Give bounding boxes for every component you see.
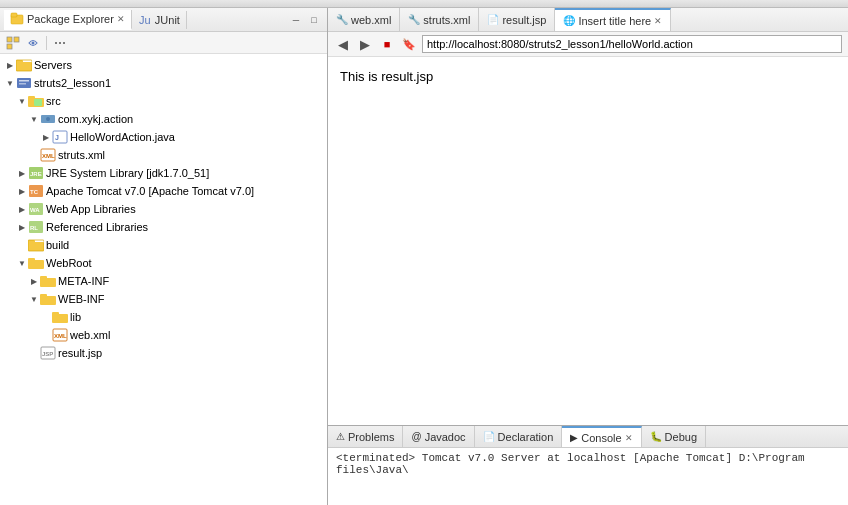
stop-btn[interactable]: ■: [378, 35, 396, 53]
label-webroot: WebRoot: [46, 257, 92, 269]
svg-rect-33: [28, 240, 35, 244]
icon-package: [40, 111, 56, 127]
tab-declaration[interactable]: 📄 Declaration: [475, 426, 563, 447]
icon-build: [28, 237, 44, 253]
collapse-all-btn[interactable]: [4, 34, 22, 52]
label-lib: lib: [70, 311, 81, 323]
svg-point-7: [59, 42, 61, 44]
label-result-jsp: result.jsp: [58, 347, 102, 359]
tab-package-explorer[interactable]: Package Explorer ✕: [4, 10, 132, 30]
label-servers: Servers: [34, 59, 72, 71]
editor-tab-close[interactable]: ✕: [654, 16, 662, 26]
tree-item-src[interactable]: ▼ src: [0, 92, 327, 110]
label-build: build: [46, 239, 69, 251]
arrow-java: ▶: [40, 131, 52, 143]
declaration-icon: 📄: [483, 431, 495, 442]
icon-lib: [52, 309, 68, 325]
tree-item-java[interactable]: ▶ J HelloWordAction.java: [0, 128, 327, 146]
label-web-xml: web.xml: [70, 329, 110, 341]
browser-content: This is result.jsp: [328, 57, 848, 425]
tree-item-tomcat[interactable]: ▶ TC Apache Tomcat v7.0 [Apache Tomcat v…: [0, 182, 327, 200]
top-toolbar: [0, 0, 848, 8]
icon-struts-xml: XML: [40, 147, 56, 163]
icon-webroot: [28, 255, 44, 271]
svg-rect-36: [28, 258, 35, 262]
package-explorer-icon: [10, 12, 24, 26]
tree-item-lib[interactable]: lib: [0, 308, 327, 326]
editor-tab-insert-title[interactable]: 🌐 Insert title here ✕: [555, 8, 671, 31]
arrow-webroot: ▼: [16, 257, 28, 269]
svg-point-5: [32, 41, 35, 44]
tree-item-package[interactable]: ▼ com.xykj.action: [0, 110, 327, 128]
svg-text:XML: XML: [54, 333, 67, 339]
svg-text:TC: TC: [30, 189, 39, 195]
label-tomcat: Apache Tomcat v7.0 [Apache Tomcat v7.0]: [46, 185, 254, 197]
editor-tab-result-jsp-label: result.jsp: [502, 14, 546, 26]
forward-btn[interactable]: ▶: [356, 35, 374, 53]
tree-item-result-jsp[interactable]: JSP result.jsp: [0, 344, 327, 362]
left-panel: Package Explorer ✕ Ju JUnit ─ □: [0, 8, 328, 505]
icon-java: J: [52, 129, 68, 145]
icon-meta-inf: [40, 273, 56, 289]
tab-console[interactable]: ▶ Console ✕: [562, 426, 641, 447]
svg-text:JSP: JSP: [42, 351, 53, 357]
icon-result-jsp: JSP: [40, 345, 56, 361]
tab-debug[interactable]: 🐛 Debug: [642, 426, 706, 447]
icon-web-inf: [40, 291, 56, 307]
arrow-jre: ▶: [16, 167, 28, 179]
minimize-btn[interactable]: ─: [287, 11, 305, 29]
tree-item-web-xml[interactable]: XML web.xml: [0, 326, 327, 344]
tree-item-meta-inf[interactable]: ▶ META-INF: [0, 272, 327, 290]
svg-rect-13: [19, 80, 29, 82]
arrow-tomcat: ▶: [16, 185, 28, 197]
address-input[interactable]: [422, 35, 842, 53]
main-layout: Package Explorer ✕ Ju JUnit ─ □: [0, 8, 848, 505]
tree-item-servers[interactable]: ▶ Servers: [0, 56, 327, 74]
browser-text: This is result.jsp: [340, 69, 836, 84]
svg-rect-1: [11, 13, 17, 17]
editor-tab-insert-title-label: Insert title here: [578, 15, 651, 27]
javadoc-icon: @: [411, 431, 421, 442]
editor-tab-result-jsp[interactable]: 📄 result.jsp: [479, 8, 555, 31]
svg-rect-10: [16, 60, 23, 64]
back-btn[interactable]: ◀: [334, 35, 352, 53]
editor-tab-struts-xml[interactable]: 🔧 struts.xml: [400, 8, 479, 31]
console-text: <terminated> Tomcat v7.0 Server at local…: [336, 452, 805, 476]
maximize-btn[interactable]: □: [305, 11, 323, 29]
label-package: com.xykj.action: [58, 113, 133, 125]
tab-problems[interactable]: ⚠ Problems: [328, 426, 403, 447]
arrow-lib: [40, 311, 52, 323]
tree-item-ref-libs[interactable]: ▶ RL Referenced Libraries: [0, 218, 327, 236]
svg-rect-3: [14, 37, 19, 42]
tree-item-struts-xml[interactable]: XML struts.xml: [0, 146, 327, 164]
tab-junit[interactable]: Ju JUnit: [132, 11, 187, 29]
link-editor-btn[interactable]: [24, 34, 42, 52]
tree-item-webapp-libs[interactable]: ▶ WA Web App Libraries: [0, 200, 327, 218]
tree-item-web-inf[interactable]: ▼ WEB-INF: [0, 290, 327, 308]
tab-junit-label: JUnit: [155, 14, 180, 26]
label-jre: JRE System Library [jdk1.7.0_51]: [46, 167, 209, 179]
svg-point-19: [46, 117, 50, 121]
label-src: src: [46, 95, 61, 107]
arrow-src: ▼: [16, 95, 28, 107]
more-btn[interactable]: [51, 34, 69, 52]
result-jsp-tab-icon: 📄: [487, 14, 499, 25]
arrow-meta-inf: ▶: [28, 275, 40, 287]
tab-javadoc[interactable]: @ Javadoc: [403, 426, 474, 447]
label-ref-libs: Referenced Libraries: [46, 221, 148, 233]
svg-text:XML: XML: [42, 153, 55, 159]
console-output: <terminated> Tomcat v7.0 Server at local…: [328, 448, 848, 480]
tab-package-explorer-close[interactable]: ✕: [117, 14, 125, 24]
label-meta-inf: META-INF: [58, 275, 109, 287]
tree-item-project[interactable]: ▼ struts2_lesson1: [0, 74, 327, 92]
tree-item-jre[interactable]: ▶ JRE JRE System Library [jdk1.7.0_51]: [0, 164, 327, 182]
editor-tab-web-xml[interactable]: 🔧 web.xml: [328, 8, 400, 31]
svg-point-6: [55, 42, 57, 44]
editor-tabs: 🔧 web.xml 🔧 struts.xml 📄 result.jsp 🌐 In…: [328, 8, 848, 32]
bookmark-btn[interactable]: 🔖: [400, 35, 418, 53]
tree-item-webroot[interactable]: ▼ WebRoot: [0, 254, 327, 272]
console-tab-close[interactable]: ✕: [625, 433, 633, 443]
tree-item-build[interactable]: build: [0, 236, 327, 254]
toolbar-sep-1: [46, 36, 47, 50]
svg-rect-40: [40, 294, 47, 298]
